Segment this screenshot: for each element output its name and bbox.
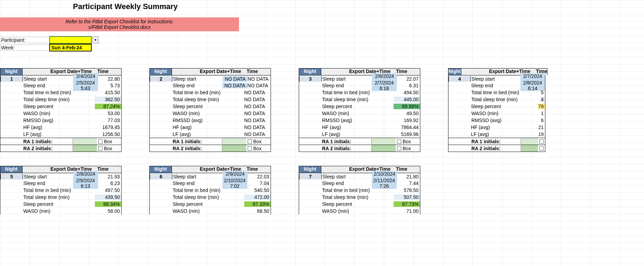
row-label: Total time in bed (min) [172,187,244,193]
cell[interactable]: NO DATA [244,131,271,137]
ra2-input[interactable] [73,145,97,152]
ra1-input[interactable] [222,138,246,145]
row-label: RMSSD (avg) [321,118,394,123]
row-label: Sleep percent [470,104,538,109]
cell[interactable]: 169.92 [394,118,420,123]
cell[interactable]: NO DATA [244,124,271,130]
cell[interactable]: NO DATA [247,83,271,88]
row-label: Sleep end [470,83,520,88]
cell[interactable]: 5 [540,90,545,95]
ra1-label: RA 1 initials: [471,139,521,144]
cell[interactable]: 49.50 [394,111,420,116]
cell[interactable]: 71.00 [394,208,420,214]
row-label: RMSSD (avg) [471,118,540,123]
cell[interactable]: 439.50 [95,194,121,200]
cell[interactable]: 21.93 [98,174,121,179]
hdr-export: Export Date+Time [200,68,247,75]
cell[interactable]: 88.34% [95,201,121,207]
ra2-input[interactable] [521,145,538,152]
row-label: Sleep end [23,83,73,88]
cell[interactable]: 22.80 [98,76,121,82]
checkbox[interactable] [248,139,252,144]
cell[interactable]: 497.50 [95,187,121,193]
checkbox[interactable] [248,146,252,151]
cell[interactable]: 7.44 [397,180,420,186]
cell[interactable]: 58.00 [95,208,121,214]
instructions-banner: Refer to the Fitbit Export Checklist for… [0,17,239,31]
cell[interactable]: 53.00 [95,111,121,116]
row-label: Sleep end [321,180,372,186]
cell[interactable]: 89.99% [394,104,420,109]
cell[interactable]: 540.50 [244,187,271,193]
cell[interactable]: 77.03 [95,118,121,123]
cell[interactable]: 578.50 [394,187,420,193]
row-label: Total sleep time (min) [23,97,95,102]
cell[interactable]: NO DATA [244,111,271,116]
row-label: Total time in bed (min) [23,187,95,193]
row-label: Sleep start [471,76,520,82]
cell[interactable]: 6.31 [397,83,420,88]
cell[interactable]: 415.50 [95,90,121,95]
cell[interactable]: 5.73 [98,83,121,88]
cell[interactable]: 19 [538,131,545,137]
row-label: Total time in bed (min) [471,90,540,95]
cell[interactable]: NO DATA [244,118,271,123]
checkbox[interactable] [397,146,401,151]
cell[interactable]: 507.50 [394,194,420,200]
checkbox[interactable] [98,139,102,144]
cell[interactable]: 4 [540,97,545,102]
cell[interactable]: 5169.96 [394,131,420,137]
row-label: WASO (min) [172,208,244,214]
hdr-time: Time [396,166,420,173]
cell[interactable]: 6.23 [98,180,121,186]
cell[interactable]: NO DATA [244,104,271,109]
cell[interactable]: NO DATA [244,97,271,102]
cell[interactable]: 79 [538,104,545,109]
cell[interactable]: 87.73% [394,201,420,207]
dropdown-icon[interactable]: ▼ [92,37,99,43]
row-label: LF (avg) [23,131,95,137]
checkbox[interactable] [397,139,401,144]
cell[interactable]: 7.04 [247,180,271,186]
cell[interactable]: 445.00 [394,97,420,102]
ra1-label: RA 1 initials: [321,139,372,144]
box-label: Box [403,146,411,151]
cell[interactable]: 6 [540,118,545,123]
checkbox[interactable] [98,146,102,151]
ra2-input[interactable] [222,145,246,152]
cell[interactable]: 22.07 [397,76,420,82]
checkbox[interactable] [539,146,544,151]
cell[interactable]: NO DATA [248,76,271,82]
cell[interactable]: 68.50 [244,208,271,214]
cell[interactable]: 87.24% [95,104,121,109]
checkbox[interactable] [539,139,544,144]
cell[interactable]: NO DATA [223,76,248,82]
row-label: WASO (min) [23,208,95,214]
cell[interactable]: NO DATA [244,90,271,95]
cell[interactable]: 1679.45 [95,124,121,130]
ra1-input[interactable] [372,138,396,145]
participant-dropdown[interactable] [49,36,92,44]
cell[interactable]: 22.03 [248,174,271,179]
cell[interactable]: 21.80 [397,174,420,179]
ra2-input[interactable] [372,145,396,152]
week-label: Week: [0,45,49,51]
cell[interactable]: 7864.44 [394,124,420,130]
cell[interactable]: 362.50 [95,97,121,102]
cell[interactable]: NO DATA [222,83,247,88]
cell[interactable]: 1256.50 [95,131,121,137]
cell[interactable]: 472.00 [244,194,271,200]
row-label: Total sleep time (min) [321,194,394,200]
hdr-time: Time [396,68,420,75]
ra1-input[interactable] [73,138,97,145]
cell[interactable]: 1 [540,111,545,116]
night-number: 6 [150,174,172,179]
row-label: WASO (min) [471,111,540,116]
night-number: 3 [299,76,322,82]
ra1-input[interactable] [521,138,538,145]
cell[interactable]: 494.50 [394,90,420,95]
cell[interactable]: 21 [538,124,545,130]
row-label: Sleep end [172,180,222,186]
week-value[interactable]: Sun 4-Feb-24 [49,44,92,51]
cell[interactable]: 87.33% [244,201,271,207]
